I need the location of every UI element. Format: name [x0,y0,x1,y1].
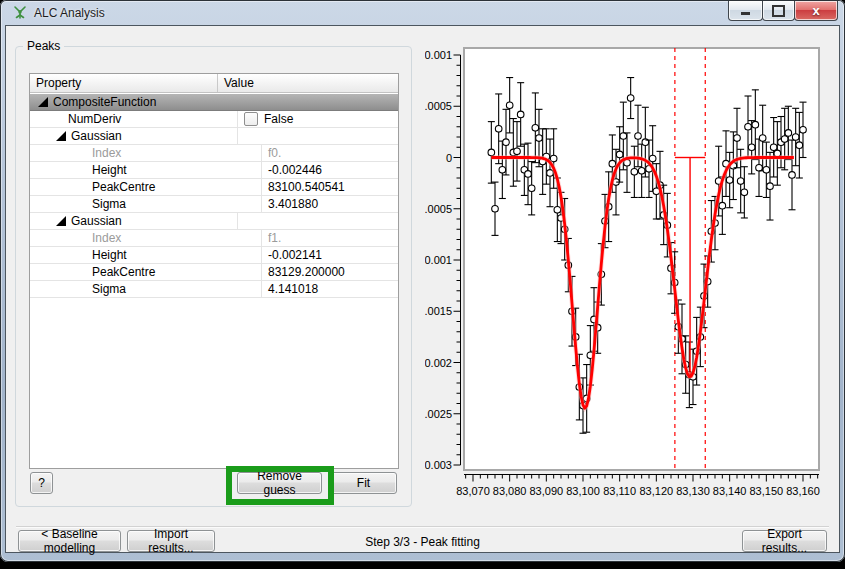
property-label: CompositeFunction [53,94,156,110]
maximize-icon [772,5,785,17]
title-bar[interactable]: ALC Analysis x [0,0,845,26]
peaks-group-label: Peaks [23,39,64,53]
x-tick-label: 83,130 [676,485,710,497]
property-column-header: Property [30,74,218,92]
x-tick-label: 83,110 [603,485,636,497]
fit-preview-plot[interactable]: 0.0010.00050-0.0005-0.001-0.0015-0.002-0… [425,38,840,514]
y-tick-label: 0 [446,152,452,164]
property-label: Sigma [92,281,126,297]
numderiv-checkbox[interactable] [244,112,258,126]
close-icon: x [812,4,819,17]
help-button[interactable]: ? [30,472,53,494]
x-tick-label: 83,070 [456,485,490,497]
property-value[interactable]: 3.401880 [268,196,318,212]
x-tick-label: 83,140 [713,485,747,497]
x-tick-label: 83,090 [530,485,564,497]
x-tick-label: 83,100 [566,485,600,497]
property-value[interactable]: -0.002141 [268,247,322,263]
property-value[interactable]: 83129.200000 [268,264,345,280]
expanded-branch-icon[interactable] [38,97,48,107]
property-row-height[interactable]: Height-0.002446 [30,162,398,179]
peak-function-property-table[interactable]: Property Value CompositeFunctionNumDeriv… [29,73,399,469]
y-tick-label: -0.001 [425,254,452,266]
property-value[interactable]: 83100.540541 [268,179,345,195]
property-label: Sigma [92,196,126,212]
remove-guess-button[interactable]: Remove guess [237,472,322,494]
maximize-button[interactable] [762,1,795,21]
y-tick-label: -0.003 [425,459,452,471]
plot-canvas[interactable] [464,48,819,470]
property-row-gaussian[interactable]: Gaussian [30,128,398,145]
y-tick-label: -0.0015 [425,305,452,317]
property-label: Gaussian [71,128,122,144]
property-label: Height [92,162,127,178]
minimize-icon [741,12,750,15]
property-value[interactable]: False [264,111,293,127]
property-row-sigma[interactable]: Sigma3.401880 [30,196,398,213]
expanded-branch-icon[interactable] [56,131,66,141]
window-title: ALC Analysis [34,6,105,20]
x-tick-label: 83,160 [786,485,820,497]
close-button[interactable]: x [794,1,838,21]
property-row-height[interactable]: Height-0.002141 [30,247,398,264]
property-label: NumDeriv [68,111,121,127]
caption-buttons: x [729,1,838,21]
property-label: Index [92,145,121,161]
y-tick-label: 0.001 [425,49,452,61]
screenshot-page: ALC Analysis x Peaks Property Value Comp… [0,0,845,569]
property-row-index[interactable]: Indexf0. [30,145,398,162]
expanded-branch-icon[interactable] [56,216,66,226]
fit-plot-svg[interactable]: 0.0010.00050-0.0005-0.001-0.0015-0.002-0… [425,38,840,514]
y-tick-label: -0.0005 [425,203,452,215]
y-tick-label: -0.002 [425,357,452,369]
property-row-peakcentre[interactable]: PeakCentre83100.540541 [30,179,398,196]
export-results-button[interactable]: Export results... [742,530,827,552]
minimize-button[interactable] [728,1,763,21]
x-tick-label: 83,120 [640,485,674,497]
property-label: Height [92,247,127,263]
property-value[interactable]: -0.002446 [268,162,322,178]
property-value: f0. [268,145,281,161]
property-row-gaussian[interactable]: Gaussian [30,213,398,230]
app-icon [12,5,28,21]
property-row-index[interactable]: Indexf1. [30,230,398,247]
property-value[interactable]: 4.141018 [268,281,318,297]
value-column-header: Value [218,74,398,92]
property-row-sigma[interactable]: Sigma4.141018 [30,281,398,298]
property-label: Gaussian [71,213,122,229]
alc-analysis-window: ALC Analysis x Peaks Property Value Comp… [0,0,845,562]
property-label: PeakCentre [92,179,155,195]
fit-button[interactable]: Fit [330,472,397,494]
property-label: Index [92,230,121,246]
property-value: f1. [268,230,281,246]
property-label: PeakCentre [92,264,155,280]
dialog-content: Peaks Property Value CompositeFunctionNu… [6,26,839,552]
property-row-numderiv[interactable]: NumDerivFalse [30,111,398,128]
step-status-text: Step 3/3 - Peak fitting [6,535,839,549]
x-tick-label: 83,150 [750,485,784,497]
x-tick-label: 83,080 [493,485,527,497]
property-row-compositefunction[interactable]: CompositeFunction [30,93,398,111]
property-table-header: Property Value [30,74,398,93]
y-tick-label: 0.0005 [425,100,452,112]
property-row-peakcentre[interactable]: PeakCentre83129.200000 [30,264,398,281]
y-tick-label: -0.0025 [425,408,452,420]
